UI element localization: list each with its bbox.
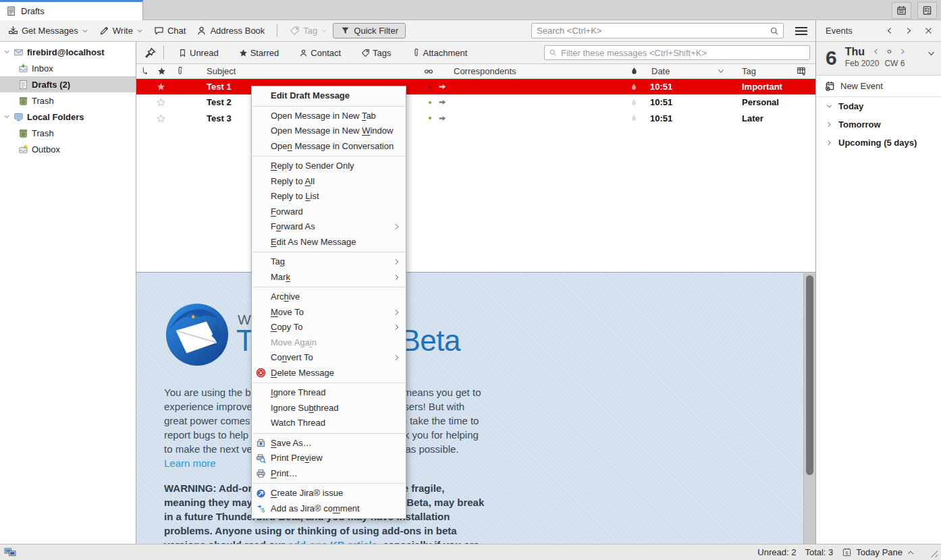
column-date[interactable]: Date	[651, 64, 670, 78]
star-icon[interactable]	[157, 94, 165, 110]
today-button[interactable]	[886, 48, 893, 55]
day-number: 6	[826, 45, 837, 75]
menu-item-open-message-in-conversation[interactable]: Open Message in Conversation	[252, 139, 406, 155]
attachment-column-icon[interactable]	[176, 64, 184, 78]
menu-item-forward-as[interactable]: Forward As	[252, 219, 406, 235]
menu-item-watch-thread[interactable]: Watch Thread	[252, 416, 406, 431]
glasses-icon[interactable]	[424, 64, 433, 78]
address-book-button[interactable]: Address Book	[191, 22, 270, 39]
menu-item-create-jira-issue[interactable]: Create Jira® issue	[252, 486, 406, 501]
search-input[interactable]	[532, 26, 770, 36]
folder-outbox[interactable]: Outbox	[0, 141, 136, 157]
menu-item-reply-to-sender-only[interactable]: Reply to Sender Only	[252, 159, 406, 174]
menu-item-print[interactable]: Print…	[252, 466, 406, 482]
folder-firebird-localhost[interactable]: firebird@localhost	[0, 44, 136, 60]
menu-item-edit-draft-message[interactable]: Edit Draft Message	[252, 88, 406, 104]
menu-item-move-to[interactable]: Move To	[252, 305, 406, 320]
addons-kb-link[interactable]: add-ons KB article	[288, 539, 377, 544]
chat-button[interactable]: Chat	[149, 22, 191, 39]
menu-item-add-as-jira-comment[interactable]: Add as Jira® comment	[252, 501, 406, 517]
today-section-upcoming-5-days[interactable]: Upcoming (5 days)	[816, 134, 941, 152]
tag-icon	[361, 49, 370, 57]
today-pane-toggle[interactable]: 6 Today Pane	[842, 547, 915, 557]
offline-status-icon[interactable]	[3, 547, 17, 557]
chevron-down-icon[interactable]	[927, 49, 936, 58]
message-row-test-1[interactable]: Test 110:51Important	[136, 79, 815, 94]
quick-filter-button[interactable]: Quick Filter	[333, 23, 406, 38]
menu-item-reply-to-list[interactable]: Reply to List	[252, 189, 406, 204]
folder-inbox[interactable]: Inbox	[0, 60, 136, 76]
folder-drafts-2[interactable]: Drafts (2)	[0, 76, 136, 92]
write-label: Write	[113, 26, 133, 36]
get-messages-button[interactable]: Get Messages	[3, 22, 94, 39]
scrollbar-thumb[interactable]	[806, 275, 813, 475]
message-row-test-3[interactable]: Test 310:51Later	[136, 111, 815, 126]
folder-local-folders[interactable]: Local Folders	[0, 109, 136, 125]
menu-item-label: Add as Jira® comment	[271, 503, 360, 513]
junk-column-icon[interactable]	[630, 64, 639, 78]
menu-item-print-preview[interactable]: Print Preview	[252, 451, 406, 466]
menu-item-open-message-in-new-window[interactable]: Open Message in New Window	[252, 123, 406, 139]
menu-item-tag[interactable]: Tag	[252, 254, 406, 270]
prev-day-button[interactable]	[872, 48, 880, 55]
folder-trash[interactable]: Trash	[0, 125, 136, 141]
new-event-button[interactable]: New Event	[816, 76, 941, 97]
star-column-icon[interactable]	[157, 64, 166, 78]
column-subject[interactable]: Subject	[207, 64, 236, 78]
menu-item-copy-to[interactable]: Copy To	[252, 320, 406, 335]
learn-more-link[interactable]: Learn more	[164, 457, 216, 469]
content-scrollbar[interactable]	[803, 273, 815, 544]
junk-flame-icon[interactable]	[630, 94, 638, 110]
today-section-tomorrow[interactable]: Tomorrow	[816, 115, 941, 134]
folder-label: Trash	[32, 128, 54, 138]
column-picker-icon[interactable]	[797, 64, 806, 78]
search-icon[interactable]	[770, 26, 779, 36]
close-icon[interactable]	[924, 26, 933, 35]
today-section-today[interactable]: Today	[816, 97, 941, 115]
column-correspondents[interactable]: Correspondents	[454, 64, 516, 78]
print-icon	[256, 468, 266, 478]
forwarded-arrow-icon	[438, 94, 447, 110]
star-icon[interactable]	[157, 79, 165, 94]
events-prev-button[interactable]	[885, 26, 894, 35]
filter-messages-input[interactable]	[557, 48, 809, 58]
trash-icon	[18, 96, 28, 106]
next-day-button[interactable]	[899, 48, 907, 55]
filter-attachment-button[interactable]: Attachment	[408, 47, 472, 59]
filter-tags-button[interactable]: Tags	[357, 47, 395, 59]
menu-item-mark[interactable]: Mark	[252, 270, 406, 285]
tab-drafts[interactable]: Drafts	[0, 0, 143, 20]
folder-trash[interactable]: Trash	[0, 92, 136, 109]
write-button[interactable]: Write	[94, 22, 149, 39]
thread-column-icon[interactable]	[141, 64, 149, 78]
column-tag[interactable]: Tag	[742, 64, 756, 78]
menu-item-edit-as-new-message[interactable]: Edit As New Message	[252, 235, 406, 250]
tab-label: Drafts	[21, 6, 45, 16]
menu-item-open-message-in-new-tab[interactable]: Open Message in New Tab	[252, 109, 406, 124]
junk-flame-icon[interactable]	[630, 79, 638, 94]
menu-item-ignore-thread[interactable]: Ignore Thread	[252, 385, 406, 401]
menu-item-delete-message[interactable]: Delete Message	[252, 366, 406, 381]
junk-flame-icon[interactable]	[630, 111, 638, 126]
menu-item-forward[interactable]: Forward	[252, 204, 406, 220]
month-year-label: Feb 2020	[845, 59, 880, 68]
filter-contact-button[interactable]: Contact	[295, 47, 345, 59]
filter-unread-button[interactable]: Unread	[174, 47, 223, 59]
calendar-tab-button[interactable]	[892, 2, 911, 19]
tag-button[interactable]: Tag	[284, 22, 333, 39]
menu-item-label: Open Message in New Window	[271, 125, 393, 136]
menu-item-archive[interactable]: Archive	[252, 289, 406, 305]
filter-starred-button[interactable]: Starred	[235, 47, 284, 59]
menu-item-reply-to-all[interactable]: Reply to All	[252, 174, 406, 190]
menu-item-ignore-subthread[interactable]: Ignore Subthread	[252, 401, 406, 416]
events-next-button[interactable]	[905, 26, 913, 35]
resize-grip[interactable]	[927, 547, 938, 557]
pin-icon[interactable]	[144, 47, 156, 59]
menu-item-convert-to[interactable]: Convert To	[252, 350, 406, 366]
menu-item-label: Tag	[271, 256, 285, 267]
message-row-test-2[interactable]: Test 210:51Personal	[136, 94, 815, 110]
star-icon[interactable]	[157, 111, 165, 126]
menu-item-save-as[interactable]: Save As…	[252, 436, 406, 451]
tasks-tab-button[interactable]	[917, 2, 937, 19]
app-menu-button[interactable]	[794, 25, 809, 37]
